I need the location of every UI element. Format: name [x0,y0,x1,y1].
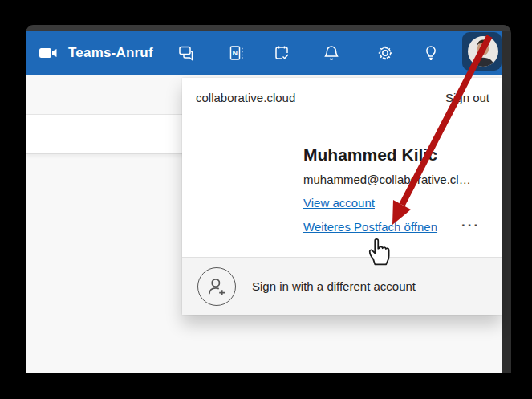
sign-out-button[interactable]: Sign out [444,88,491,108]
notifications-button[interactable] [315,37,347,69]
teams-call-label: Teams-Anruf [68,45,153,61]
feedback-chat-button[interactable] [170,37,202,69]
switch-account-button[interactable]: Sign in with a different account [182,257,502,315]
tips-button[interactable] [415,37,447,69]
app-content: Teams-Anruf N [26,31,502,373]
video-camera-icon [39,47,58,59]
more-options-button[interactable]: ... [461,214,480,230]
switch-account-label: Sign in with a different account [252,279,416,293]
account-email: muhammed@collaborative.cl… [303,173,471,186]
account-avatar-button[interactable] [462,32,502,71]
account-callout: collaborative.cloud Sign out Muhammed Ki… [182,78,502,315]
svg-text:N: N [233,49,238,57]
onenote-feed-button[interactable]: N [221,37,253,69]
organization-name: collaborative.cloud [196,91,295,104]
settings-button[interactable] [369,37,401,69]
onenote-feed-icon: N [228,44,246,62]
chat-icon [177,44,195,62]
avatar [467,35,499,67]
todo-button[interactable] [266,37,298,69]
screenshot-stage: Teams-Anruf N [0,0,532,399]
bell-icon [323,44,340,62]
account-name: Muhammed Kilic [303,145,437,165]
open-other-mailbox-link[interactable]: Weiteres Postfach öffnen [303,220,437,234]
window-title-strip [26,25,511,31]
browser-window: Teams-Anruf N [26,25,511,373]
view-account-link[interactable]: View account [303,196,375,210]
person-add-icon [197,267,236,306]
lightbulb-icon [422,44,440,62]
todo-calendar-icon [273,44,290,62]
teams-call-button[interactable]: Teams-Anruf [34,37,158,69]
gear-icon [376,44,394,62]
suite-header: Teams-Anruf N [26,31,502,75]
